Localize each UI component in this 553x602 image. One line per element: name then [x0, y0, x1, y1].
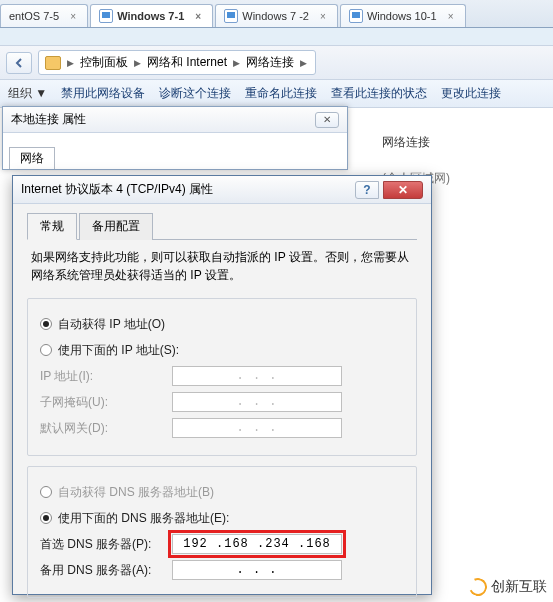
close-button[interactable]: ✕ [383, 181, 423, 199]
back-button[interactable] [6, 52, 32, 74]
vm-tab-win10-1[interactable]: Windows 10-1 × [340, 4, 466, 27]
radio-ip-manual[interactable] [40, 344, 52, 356]
label-dns-auto: 自动获得 DNS 服务器地址(B) [58, 484, 214, 501]
subnet-mask-field: . . . [172, 392, 342, 412]
alt-dns-field[interactable]: . . . [172, 560, 342, 580]
watermark-logo-icon [466, 575, 489, 598]
tab-label: Windows 10-1 [367, 10, 437, 22]
vm-tab-centos[interactable]: entOS 7-5 × [0, 4, 88, 27]
label-ip-address: IP 地址(I): [40, 368, 172, 385]
network-connection-label: 网络连接 [382, 134, 430, 151]
dialog-titlebar[interactable]: Internet 协议版本 4 (TCP/IPv4) 属性 ? ✕ [13, 176, 431, 204]
window-titlebar[interactable]: 本地连接 属性 ✕ [3, 107, 347, 133]
dialog-description: 如果网络支持此功能，则可以获取自动指派的 IP 设置。否则，您需要从网络系统管理… [31, 248, 413, 284]
vm-tab-win7-1[interactable]: Windows 7-1 × [90, 4, 213, 27]
vm-icon [224, 9, 238, 23]
watermark-text: 创新互联 [491, 578, 547, 596]
explorer-toolbar: 组织 ▼ 禁用此网络设备 诊断这个连接 重命名此连接 查看此连接的状态 更改此连… [0, 80, 553, 108]
dns-settings-group: 自动获得 DNS 服务器地址(B) 使用下面的 DNS 服务器地址(E): 首选… [27, 466, 417, 598]
watermark: 创新互联 [469, 578, 547, 596]
close-icon[interactable]: ✕ [315, 112, 339, 128]
vm-tab-win7-2[interactable]: Windows 7 -2 × [215, 4, 338, 27]
tab-label: Windows 7 -2 [242, 10, 309, 22]
close-icon[interactable]: × [192, 10, 204, 22]
vm-tab-bar: entOS 7-5 × Windows 7-1 × Windows 7 -2 ×… [0, 0, 553, 28]
tab-general[interactable]: 常规 [27, 213, 77, 240]
local-connection-properties-window: 本地连接 属性 ✕ 网络 [2, 106, 348, 170]
close-icon[interactable]: × [67, 10, 79, 22]
close-icon[interactable]: × [445, 10, 457, 22]
label-subnet-mask: 子网掩码(U): [40, 394, 172, 411]
label-default-gateway: 默认网关(D): [40, 420, 172, 437]
toolbar-status[interactable]: 查看此连接的状态 [331, 85, 427, 102]
chevron-right-icon: ▶ [300, 58, 307, 68]
tab-label: entOS 7-5 [9, 10, 59, 22]
folder-icon [45, 56, 61, 70]
label-ip-auto: 自动获得 IP 地址(O) [58, 316, 165, 333]
help-button[interactable]: ? [355, 181, 379, 199]
label-alt-dns: 备用 DNS 服务器(A): [40, 562, 172, 579]
window-title: 本地连接 属性 [11, 111, 86, 128]
ipv4-properties-dialog: Internet 协议版本 4 (TCP/IPv4) 属性 ? ✕ 常规 备用配… [12, 175, 432, 595]
chevron-right-icon: ▶ [134, 58, 141, 68]
tab-label: Windows 7-1 [117, 10, 184, 22]
label-ip-manual: 使用下面的 IP 地址(S): [58, 342, 179, 359]
chevron-right-icon: ▶ [67, 58, 74, 68]
close-icon[interactable]: × [317, 10, 329, 22]
preferred-dns-field[interactable]: 192 .168 .234 .168 [172, 534, 342, 554]
radio-dns-auto[interactable] [40, 486, 52, 498]
explorer-navbar: ▶ 控制面板 ▶ 网络和 Internet ▶ 网络连接 ▶ [0, 46, 553, 80]
toolbar-diagnose[interactable]: 诊断这个连接 [159, 85, 231, 102]
toolbar-rename[interactable]: 重命名此连接 [245, 85, 317, 102]
vm-icon [349, 9, 363, 23]
label-preferred-dns: 首选 DNS 服务器(P): [40, 536, 172, 553]
ip-settings-group: 自动获得 IP 地址(O) 使用下面的 IP 地址(S): IP 地址(I): … [27, 298, 417, 456]
tab-alt-config[interactable]: 备用配置 [79, 213, 153, 240]
arrow-left-icon [14, 58, 24, 68]
crumb-control-panel[interactable]: 控制面板 [80, 54, 128, 71]
crumb-net-connections[interactable]: 网络连接 [246, 54, 294, 71]
toolbar-change[interactable]: 更改此连接 [441, 85, 501, 102]
dialog-tabs: 常规 备用配置 [27, 212, 417, 240]
crumb-net-internet[interactable]: 网络和 Internet [147, 54, 227, 71]
ip-address-field: . . . [172, 366, 342, 386]
vm-icon [99, 9, 113, 23]
breadcrumb[interactable]: ▶ 控制面板 ▶ 网络和 Internet ▶ 网络连接 ▶ [38, 50, 316, 75]
toolbar-disable[interactable]: 禁用此网络设备 [61, 85, 145, 102]
radio-ip-auto[interactable] [40, 318, 52, 330]
label-dns-manual: 使用下面的 DNS 服务器地址(E): [58, 510, 229, 527]
vm-toolbar-strip [0, 28, 553, 46]
radio-dns-manual[interactable] [40, 512, 52, 524]
tab-network[interactable]: 网络 [9, 147, 55, 169]
dialog-title: Internet 协议版本 4 (TCP/IPv4) 属性 [21, 181, 213, 198]
chevron-right-icon: ▶ [233, 58, 240, 68]
default-gateway-field: . . . [172, 418, 342, 438]
